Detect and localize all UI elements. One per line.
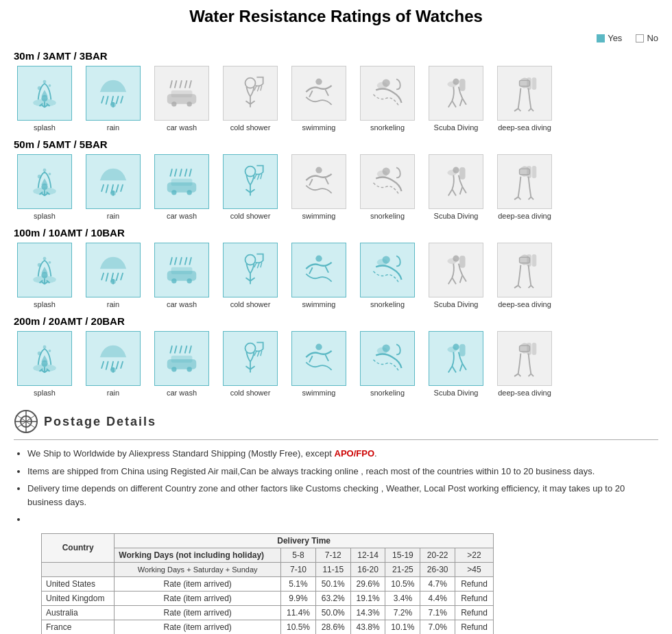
rating-section-1: 50m / 5AMT / 5BAR splash rain	[14, 138, 658, 220]
icon-item-0-5: snorkeling	[357, 66, 418, 132]
svg-point-185	[245, 343, 256, 354]
postage-divider	[14, 439, 658, 440]
table-sub-2125: 21-25	[385, 562, 420, 576]
svg-line-149	[460, 275, 463, 282]
svg-line-202	[460, 363, 463, 371]
svg-line-130	[185, 257, 187, 265]
table-cell-1-5: 3.4%	[385, 591, 420, 605]
table-cell-0-3: 50.1%	[315, 576, 350, 591]
icon-item-0-7: deep-sea diving	[494, 66, 555, 132]
svg-line-52	[531, 108, 533, 111]
table-country-header: Country	[42, 533, 115, 562]
legend-yes-box	[597, 34, 605, 42]
icon-label-2-7: deep-sea diving	[498, 300, 551, 308]
table-cell-0-0: United States	[42, 576, 115, 591]
svg-point-33	[315, 79, 322, 85]
icon-item-1-3: cold shower	[219, 154, 281, 220]
svg-point-57	[41, 184, 47, 190]
icon-item-0-2: car wash	[151, 66, 213, 132]
svg-line-147	[448, 278, 453, 284]
svg-rect-153	[527, 255, 531, 267]
svg-line-35	[325, 89, 328, 95]
table-cell-0-5: 10.5%	[385, 576, 420, 591]
svg-rect-101	[532, 167, 536, 178]
icon-label-3-2: car wash	[167, 389, 197, 397]
icon-box-1-7	[497, 154, 552, 209]
svg-line-97	[462, 186, 466, 193]
table-cell-1-7: Refund	[455, 591, 494, 605]
svg-line-102	[514, 197, 518, 199]
icon-item-2-7: deep-sea diving	[494, 243, 555, 308]
icon-item-1-5: snorkeling	[357, 154, 418, 220]
table-delivery-header: Delivery Time	[115, 533, 494, 548]
postage-header: Postage Details	[14, 409, 658, 434]
svg-line-22	[175, 80, 177, 88]
icon-box-1-2	[154, 154, 209, 209]
svg-line-66	[117, 185, 119, 192]
icon-box-2-1	[86, 243, 141, 297]
svg-point-108	[49, 261, 51, 264]
svg-line-23	[180, 80, 182, 88]
svg-line-120	[121, 273, 123, 280]
svg-line-50	[518, 108, 521, 111]
svg-rect-47	[527, 78, 531, 90]
svg-line-96	[460, 186, 463, 194]
svg-point-145	[448, 258, 457, 263]
rating-label-1: 50m / 5AMT / 5BAR	[14, 138, 658, 150]
svg-rect-40	[460, 79, 465, 90]
icon-label-1-7: deep-sea diving	[498, 212, 551, 220]
icon-label-0-7: deep-sea diving	[498, 123, 551, 132]
svg-line-95	[452, 189, 456, 195]
icon-box-1-0	[17, 154, 72, 209]
icon-box-3-2	[154, 331, 209, 386]
svg-line-116	[101, 273, 104, 280]
svg-rect-18	[171, 90, 192, 97]
svg-point-56	[43, 169, 47, 172]
svg-point-132	[245, 255, 256, 265]
icon-item-0-6: Scuba Diving	[425, 66, 487, 132]
svg-line-34	[309, 90, 313, 97]
rating-section-2: 100m / 10AMT / 10BAR splash rain	[14, 227, 658, 308]
icon-box-1-4	[291, 154, 346, 209]
icon-label-0-0: splash	[34, 123, 56, 132]
table-cell-1-4: 19.1%	[350, 591, 385, 605]
icon-label-1-1: rain	[107, 212, 119, 220]
table-cell-3-7: Refund	[455, 620, 494, 634]
legend-no: No	[636, 33, 658, 43]
table-2022-header: 20-22	[420, 548, 455, 562]
icon-box-2-0	[17, 243, 72, 297]
svg-line-13	[117, 97, 119, 103]
svg-point-107	[38, 263, 42, 267]
icon-item-2-2: car wash	[151, 243, 213, 308]
svg-point-54	[38, 175, 42, 179]
svg-point-198	[448, 347, 457, 352]
svg-line-105	[531, 197, 533, 199]
table-sub-1115: 11-15	[315, 562, 350, 576]
icon-item-0-1: rain	[82, 66, 144, 132]
svg-line-117	[106, 273, 108, 281]
svg-line-84	[257, 175, 259, 180]
icons-row-0: splash rain car wash	[14, 66, 658, 132]
table-1519-header: 15-19	[385, 548, 420, 562]
svg-point-109	[43, 257, 47, 260]
svg-line-172	[117, 362, 119, 369]
icon-label-1-3: cold shower	[230, 212, 271, 220]
postage-bullets: We Ship to Worldwide by Aliexpress Stand…	[27, 447, 658, 526]
svg-point-3	[43, 80, 47, 84]
icon-box-3-5	[360, 331, 415, 386]
icon-label-3-3: cold shower	[230, 389, 271, 397]
apo-fpo-link[interactable]: APO/FPO	[335, 448, 375, 459]
icon-item-1-7: deep-sea diving	[494, 154, 555, 220]
icon-box-0-2	[154, 66, 209, 121]
icon-box-2-2	[154, 243, 209, 297]
svg-line-170	[106, 362, 108, 369]
svg-line-150	[462, 275, 466, 281]
svg-line-64	[106, 185, 108, 193]
svg-line-78	[189, 169, 191, 176]
legend-no-label: No	[647, 33, 658, 43]
svg-rect-199	[460, 344, 465, 356]
svg-line-42	[452, 101, 456, 107]
table-cell-3-5: 10.1%	[385, 620, 420, 634]
ratings-container: 30m / 3AMT / 3BAR splash rain	[14, 50, 658, 397]
delivery-table: Country Delivery Time Working Days (not …	[41, 533, 494, 635]
